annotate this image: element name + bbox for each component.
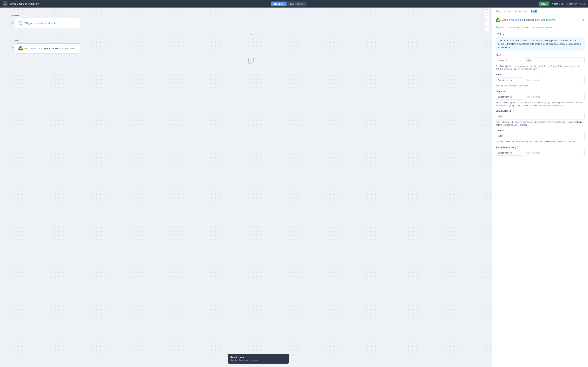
recipe-data-title: Recipe data bbox=[230, 356, 244, 359]
file-field-group: File * Use file ID ABC File ID can be fo… bbox=[496, 54, 585, 71]
help-box: This action adds permission to a particu… bbox=[496, 37, 585, 51]
add-step-line bbox=[251, 55, 251, 58]
role-dropdown-arrow bbox=[520, 79, 521, 81]
allowdiscovery-dropdown-arrow bbox=[520, 152, 521, 154]
breadcrumb: App → Action → Connection → Setup bbox=[492, 8, 588, 15]
panel-content: HELP ▲ This action adds permission to a … bbox=[492, 30, 588, 367]
chevron-up-icon: ▲ bbox=[502, 33, 504, 35]
role-value-arrow bbox=[582, 79, 583, 81]
trigger-section-label: TRIGGER bbox=[10, 14, 482, 17]
header-drive-link: Google Drive bbox=[541, 18, 555, 21]
email-field-label: Email address bbox=[496, 109, 585, 112]
sharewith-field-label: Share with * bbox=[496, 90, 585, 93]
action-permission-link[interactable]: permission bbox=[30, 47, 40, 50]
app-title: Demo Google Drive Recipe bbox=[9, 2, 39, 5]
breadcrumb-arrow-2: → bbox=[512, 10, 514, 12]
recipe-data-header: Recipe data ☰ bbox=[230, 356, 286, 359]
breadcrumb-app[interactable]: App bbox=[496, 10, 500, 12]
checkmark-icon: ✔ bbox=[551, 3, 553, 5]
search-icon: 🔍 bbox=[496, 26, 499, 29]
main-layout: ⤢ + − ⛶ TRIGGER 1 🕐 Trigger on a specifi… bbox=[0, 8, 588, 367]
allowdiscovery-value-arrow bbox=[582, 152, 583, 154]
breadcrumb-setup[interactable]: Setup bbox=[531, 9, 537, 13]
gdrive-step-icon bbox=[18, 46, 24, 51]
allowdiscovery-value-dropdown[interactable]: Select a value bbox=[524, 150, 585, 156]
breadcrumb-connection[interactable]: Connection bbox=[515, 10, 526, 12]
domain-field-row: ABC bbox=[496, 133, 585, 139]
role-value-dropdown[interactable]: Select a value bbox=[524, 77, 585, 83]
sharewith-value-dropdown[interactable]: Select a value bbox=[524, 94, 585, 100]
map-icon: ⊞ bbox=[533, 26, 535, 29]
role-field-label: Role * bbox=[496, 73, 585, 76]
nav-actions: Save ✔ Test recipe ↻ Refresh ✕ Exit bbox=[539, 1, 585, 6]
file-dropdown[interactable]: Use file ID bbox=[496, 58, 523, 63]
sharewith-type-dropdown[interactable]: Select from list bbox=[496, 94, 523, 100]
fullscreen-button[interactable]: ⛶ bbox=[485, 27, 490, 32]
zoom-in-button[interactable]: + bbox=[485, 16, 490, 21]
action-step-card[interactable]: Add permission to a particular file in G… bbox=[15, 43, 80, 53]
file-required-star: * bbox=[500, 54, 501, 56]
test-recipe-button[interactable]: ✔ Test recipe bbox=[551, 3, 564, 5]
show-optional-fields-button[interactable]: 👁 Show optional fields bbox=[507, 26, 530, 29]
file-field-hint: File ID can be found in the output of ot… bbox=[496, 65, 585, 71]
allowdiscovery-field-row: Select from list Select a value bbox=[496, 150, 585, 156]
breadcrumb-arrow-1: → bbox=[501, 10, 503, 12]
sharewith-value-arrow bbox=[582, 96, 583, 98]
actions-section: ACTIONS 2 Add p bbox=[10, 40, 482, 53]
tab-recipe[interactable]: RECIPE bbox=[271, 1, 286, 6]
action-drive-link[interactable]: Google Drive bbox=[61, 47, 74, 50]
recipe-data-toggle-icon[interactable]: ☰ bbox=[284, 356, 286, 359]
help-toggle[interactable]: HELP ▲ bbox=[496, 33, 585, 35]
allowdiscovery-type-dropdown[interactable]: Select from list bbox=[496, 150, 523, 156]
domain-field-hint: Domain to which the permission refers to… bbox=[496, 140, 585, 143]
add-step-area: + bbox=[20, 55, 482, 64]
abc-badge-file: ABC bbox=[526, 59, 532, 62]
sharewith-dropdown-arrow bbox=[520, 96, 521, 98]
sharewith-field-group: Share with * Select from list Select a v… bbox=[496, 90, 585, 107]
find-button[interactable]: 🔍 Find bbox=[496, 26, 504, 29]
role-required-star: * bbox=[501, 73, 502, 76]
abc-badge-domain: ABC bbox=[498, 135, 503, 137]
tab-testjobs[interactable]: TEST JOBS bbox=[286, 1, 306, 6]
trigger-step-row: 1 🕐 Trigger on a specified schedule bbox=[10, 18, 482, 28]
allowdiscovery-field-group: Allow file discovery? Select from list S… bbox=[496, 146, 585, 156]
menu-icon[interactable]: ☰ bbox=[3, 1, 8, 6]
role-field-hint: The role granted by this permission. bbox=[496, 84, 585, 87]
domain-field-label: Domain bbox=[496, 129, 585, 132]
allowdiscovery-field-label: Allow file discovery? bbox=[496, 146, 585, 149]
save-button[interactable]: Save bbox=[539, 1, 549, 6]
close-icon: ✕ bbox=[579, 3, 581, 5]
close-panel-button[interactable]: ✕ bbox=[582, 18, 585, 21]
exit-button[interactable]: ✕ Exit bbox=[579, 3, 585, 5]
top-nav: ☰ Demo Google Drive Recipe RECIPE TEST J… bbox=[0, 0, 588, 8]
domain-input[interactable]: ABC bbox=[496, 133, 585, 139]
zoom-out-button[interactable]: − bbox=[485, 21, 490, 26]
help-section: HELP ▲ This action adds permission to a … bbox=[496, 33, 585, 51]
email-field-row: ABC bbox=[496, 113, 585, 120]
recipe-data-panel: Recipe data ☰ Use data from a previous s… bbox=[228, 354, 289, 364]
trigger-link[interactable]: specified schedule bbox=[38, 22, 56, 25]
file-field-row: Use file ID ABC bbox=[496, 57, 585, 64]
email-input[interactable]: ABC bbox=[496, 113, 585, 120]
role-type-dropdown[interactable]: Select from list bbox=[496, 77, 523, 83]
panel-header: Add permission to a particular file in G… bbox=[492, 15, 588, 25]
file-input[interactable]: ABC bbox=[524, 57, 585, 64]
role-field-row: Select from list Select a value bbox=[496, 77, 585, 83]
canvas-controls: ⤢ + − ⛶ bbox=[485, 10, 490, 32]
refresh-icon: ↻ bbox=[567, 3, 569, 5]
file-dropdown-arrow bbox=[520, 59, 521, 61]
trigger-step-text: Trigger on a specified schedule bbox=[25, 22, 56, 25]
trigger-step-card[interactable]: 🕐 Trigger on a specified schedule bbox=[15, 18, 80, 28]
group-map-data-button[interactable]: ⊞ Group map data bbox=[533, 26, 552, 29]
clock-icon: 🕐 bbox=[18, 20, 24, 26]
refresh-button[interactable]: ↻ Refresh bbox=[567, 3, 577, 5]
breadcrumb-action[interactable]: Action bbox=[504, 10, 510, 12]
fit-screen-button[interactable]: ⤢ bbox=[485, 10, 490, 15]
connector-arrow-1 bbox=[250, 33, 252, 35]
gdrive-header-icon bbox=[496, 17, 501, 22]
add-step-button[interactable]: + bbox=[248, 58, 254, 64]
action-step-row: 2 Add permission to a particul bbox=[10, 43, 482, 53]
header-permission-link: permission bbox=[507, 18, 519, 21]
action-step-num: 2 bbox=[10, 47, 13, 50]
canvas-area: ⤢ + − ⛶ TRIGGER 1 🕐 Trigger on a specifi… bbox=[0, 8, 492, 367]
